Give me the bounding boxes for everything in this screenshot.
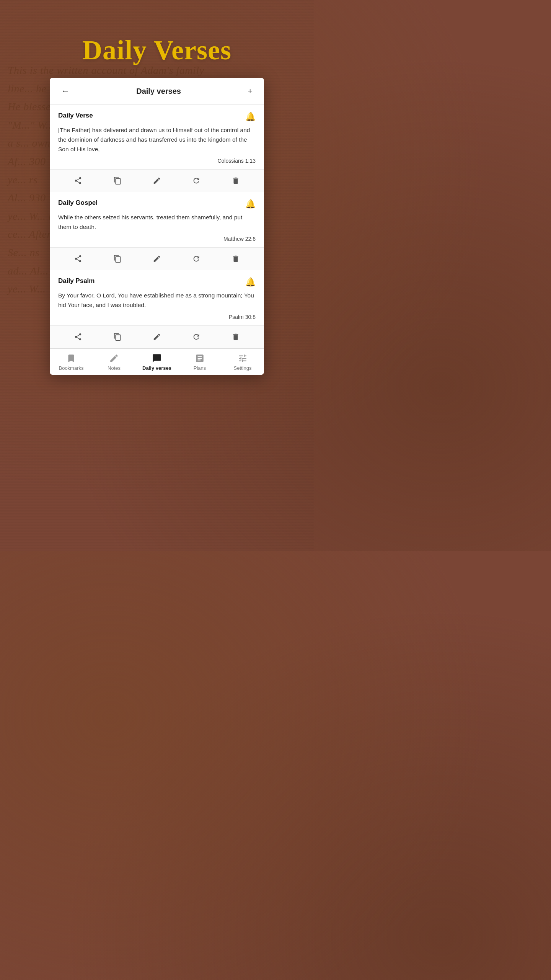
copy-button-1[interactable] [109, 174, 126, 187]
modal: ← Daily verses + Daily Verse 🔔 [The Fath… [50, 78, 264, 375]
verse-ref-3: Psalm 30:8 [58, 314, 256, 320]
back-button[interactable]: ← [58, 85, 73, 98]
bell-icon-2[interactable]: 🔔 [245, 199, 256, 209]
verse-actions-1 [50, 169, 264, 192]
verse-card-3: Daily Psalm 🔔 By Your favor, O Lord, You… [50, 270, 264, 348]
verse-title-3: Daily Psalm [58, 277, 95, 285]
nav-settings-label: Settings [234, 365, 252, 371]
modal-title: Daily verses [136, 87, 181, 96]
plans-icon [195, 353, 205, 363]
copy-icon-1 [113, 176, 122, 185]
verse-actions-3 [50, 325, 264, 348]
copy-button-2[interactable] [109, 252, 126, 265]
edit-button-1[interactable] [149, 174, 165, 187]
refresh-button-2[interactable] [188, 252, 204, 265]
delete-icon-1 [231, 176, 240, 185]
verse-card-2: Daily Gospel 🔔 While the others seized h… [50, 192, 264, 270]
refresh-button-1[interactable] [188, 174, 204, 187]
edit-icon-3 [153, 333, 161, 341]
nav-notes[interactable]: Notes [99, 353, 129, 371]
delete-button-2[interactable] [228, 252, 244, 265]
share-button-3[interactable] [70, 330, 86, 343]
verse-text-2: While the others seized his servants, tr… [58, 213, 256, 232]
verse-ref-2: Matthew 22:6 [58, 236, 256, 242]
share-button-2[interactable] [70, 252, 86, 265]
share-button-1[interactable] [70, 174, 86, 187]
bell-icon-1[interactable]: 🔔 [245, 112, 256, 122]
verse-card-1: Daily Verse 🔔 [The Father] has delivered… [50, 105, 264, 192]
bottom-nav: Bookmarks Notes Daily verses Plans Setti… [50, 348, 264, 375]
share-icon-2 [74, 255, 82, 263]
nav-notes-label: Notes [108, 365, 121, 371]
verse-title-2: Daily Gospel [58, 199, 98, 207]
verse-actions-2 [50, 247, 264, 270]
verse-text-3: By Your favor, O Lord, You have establis… [58, 291, 256, 310]
share-icon-3 [74, 333, 82, 341]
refresh-button-3[interactable] [188, 330, 204, 343]
add-button[interactable]: + [245, 85, 256, 98]
delete-button-1[interactable] [228, 174, 244, 187]
notes-icon [109, 353, 119, 363]
delete-icon-3 [231, 333, 240, 341]
verse-title-1: Daily Verse [58, 112, 93, 119]
nav-settings[interactable]: Settings [227, 353, 258, 371]
nav-daily-verses-label: Daily verses [142, 365, 171, 371]
share-icon-1 [74, 176, 82, 185]
copy-icon-3 [113, 333, 122, 341]
copy-icon-2 [113, 255, 122, 263]
page-title: Daily Verses [0, 0, 314, 66]
edit-button-3[interactable] [149, 330, 165, 343]
nav-daily-verses[interactable]: Daily verses [142, 353, 172, 371]
modal-header: ← Daily verses + [50, 78, 264, 105]
settings-icon [238, 353, 248, 363]
refresh-icon-1 [192, 176, 201, 185]
bookmarks-icon [66, 353, 76, 363]
edit-icon-2 [153, 255, 161, 263]
nav-plans[interactable]: Plans [184, 353, 215, 371]
daily-verses-icon [152, 353, 162, 363]
refresh-icon-3 [192, 333, 201, 341]
nav-bookmarks-label: Bookmarks [59, 365, 83, 371]
verse-text-1: [The Father] has delivered and drawn us … [58, 126, 256, 154]
delete-button-3[interactable] [228, 330, 244, 343]
nav-plans-label: Plans [194, 365, 206, 371]
copy-button-3[interactable] [109, 330, 126, 343]
refresh-icon-2 [192, 255, 201, 263]
edit-icon-1 [153, 176, 161, 185]
nav-bookmarks[interactable]: Bookmarks [56, 353, 86, 371]
verse-ref-1: Colossians 1:13 [58, 158, 256, 164]
bell-icon-3[interactable]: 🔔 [245, 277, 256, 287]
delete-icon-2 [231, 255, 240, 263]
edit-button-2[interactable] [149, 252, 165, 265]
